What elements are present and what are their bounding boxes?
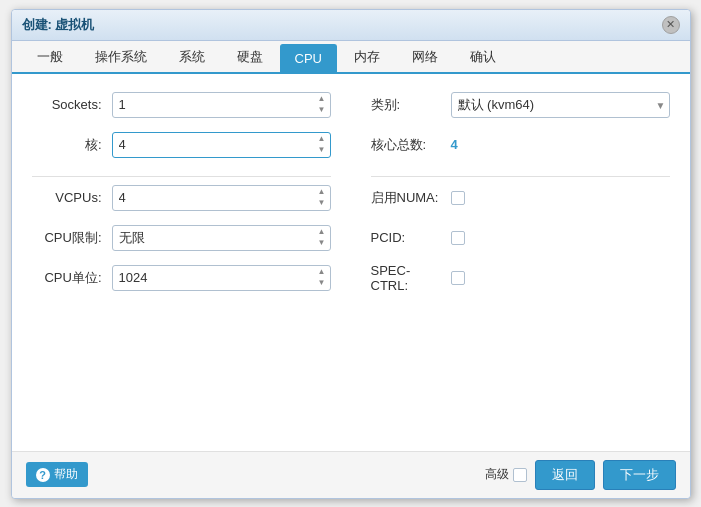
sockets-input[interactable] xyxy=(112,92,331,118)
vcpus-label: VCPUs: xyxy=(32,190,112,205)
vcpus-down[interactable]: ▼ xyxy=(315,198,329,209)
cpu-limit-label: CPU限制: xyxy=(32,229,112,247)
tab-cpu[interactable]: CPU xyxy=(280,44,337,72)
advanced-wrap: 高级 xyxy=(485,466,527,483)
close-button[interactable]: ✕ xyxy=(662,16,680,34)
divider-2 xyxy=(371,176,670,177)
sockets-down[interactable]: ▼ xyxy=(315,105,329,116)
category-select-wrap: 默认 (kvm64) ▼ xyxy=(451,92,670,118)
cpu-unit-input-wrap: ▲ ▼ xyxy=(112,265,331,291)
tab-os[interactable]: 操作系统 xyxy=(80,41,162,72)
pcid-label: PCID: xyxy=(371,230,451,245)
specctrl-label: SPEC-CTRL: xyxy=(371,263,451,293)
tab-bar: 一般 操作系统 系统 硬盘 CPU 内存 网络 确认 xyxy=(12,41,690,74)
question-icon: ? xyxy=(36,468,50,482)
cores-input-wrap: ▲ ▼ xyxy=(112,132,331,158)
numa-checkbox-wrap xyxy=(451,191,465,205)
dialog: 创建: 虚拟机 ✕ 一般 操作系统 系统 硬盘 CPU 内存 网络 确认 Soc… xyxy=(11,9,691,499)
content-area: Sockets: ▲ ▼ 核: ▲ ▼ xyxy=(12,74,690,451)
cpu-limit-input-wrap: ▲ ▼ xyxy=(112,225,331,251)
vcpus-row: VCPUs: ▲ ▼ xyxy=(32,183,331,213)
tab-system[interactable]: 系统 xyxy=(164,41,220,72)
advanced-checkbox[interactable] xyxy=(513,468,527,482)
divider-1 xyxy=(32,176,331,177)
footer: ? 帮助 高级 返回 下一步 xyxy=(12,451,690,498)
total-cores-row: 核心总数: 4 xyxy=(371,130,670,160)
cpu-limit-down[interactable]: ▼ xyxy=(315,238,329,249)
pcid-checkbox-wrap xyxy=(451,231,465,245)
left-panel: Sockets: ▲ ▼ 核: ▲ ▼ xyxy=(32,90,331,435)
specctrl-checkbox[interactable] xyxy=(451,271,465,285)
help-button[interactable]: ? 帮助 xyxy=(26,462,88,487)
cpu-unit-down[interactable]: ▼ xyxy=(315,278,329,289)
cpu-limit-input[interactable] xyxy=(112,225,331,251)
dialog-title: 创建: 虚拟机 xyxy=(22,16,95,34)
cores-row: 核: ▲ ▼ xyxy=(32,130,331,160)
cores-up[interactable]: ▲ xyxy=(315,134,329,145)
tab-general[interactable]: 一般 xyxy=(22,41,78,72)
cpu-limit-up[interactable]: ▲ xyxy=(315,227,329,238)
footer-right: 高级 返回 下一步 xyxy=(485,460,676,490)
total-cores-value: 4 xyxy=(451,137,458,152)
category-row: 类别: 默认 (kvm64) ▼ xyxy=(371,90,670,120)
cpu-unit-input[interactable] xyxy=(112,265,331,291)
help-label: 帮助 xyxy=(54,466,78,483)
tab-network[interactable]: 网络 xyxy=(397,41,453,72)
cpu-unit-row: CPU单位: ▲ ▼ xyxy=(32,263,331,293)
tab-confirm[interactable]: 确认 xyxy=(455,41,511,72)
sockets-up[interactable]: ▲ xyxy=(315,94,329,105)
footer-left: ? 帮助 xyxy=(26,462,88,487)
back-button[interactable]: 返回 xyxy=(535,460,595,490)
cores-input[interactable] xyxy=(112,132,331,158)
vcpus-input-wrap: ▲ ▼ xyxy=(112,185,331,211)
cpu-limit-spinner[interactable]: ▲ ▼ xyxy=(315,227,329,249)
cpu-unit-label: CPU单位: xyxy=(32,269,112,287)
numa-checkbox[interactable] xyxy=(451,191,465,205)
category-label: 类别: xyxy=(371,96,451,114)
cpu-limit-row: CPU限制: ▲ ▼ xyxy=(32,223,331,253)
vcpus-input[interactable] xyxy=(112,185,331,211)
vcpus-up[interactable]: ▲ xyxy=(315,187,329,198)
specctrl-row: SPEC-CTRL: xyxy=(371,263,670,293)
sockets-spinner[interactable]: ▲ ▼ xyxy=(315,94,329,116)
cores-down[interactable]: ▼ xyxy=(315,145,329,156)
cores-label: 核: xyxy=(32,136,112,154)
specctrl-checkbox-wrap xyxy=(451,271,465,285)
sockets-row: Sockets: ▲ ▼ xyxy=(32,90,331,120)
advanced-label: 高级 xyxy=(485,466,509,483)
vcpus-spinner[interactable]: ▲ ▼ xyxy=(315,187,329,209)
cpu-unit-spinner[interactable]: ▲ ▼ xyxy=(315,267,329,289)
pcid-row: PCID: xyxy=(371,223,670,253)
next-button[interactable]: 下一步 xyxy=(603,460,676,490)
numa-row: 启用NUMA: xyxy=(371,183,670,213)
total-cores-label: 核心总数: xyxy=(371,136,451,154)
tab-memory[interactable]: 内存 xyxy=(339,41,395,72)
pcid-checkbox[interactable] xyxy=(451,231,465,245)
sockets-label: Sockets: xyxy=(32,97,112,112)
numa-label: 启用NUMA: xyxy=(371,189,451,207)
tab-disk[interactable]: 硬盘 xyxy=(222,41,278,72)
cpu-unit-up[interactable]: ▲ xyxy=(315,267,329,278)
title-bar: 创建: 虚拟机 ✕ xyxy=(12,10,690,41)
category-select[interactable]: 默认 (kvm64) xyxy=(451,92,670,118)
sockets-input-wrap: ▲ ▼ xyxy=(112,92,331,118)
right-panel: 类别: 默认 (kvm64) ▼ 核心总数: 4 启用NUMA: xyxy=(371,90,670,435)
cores-spinner[interactable]: ▲ ▼ xyxy=(315,134,329,156)
